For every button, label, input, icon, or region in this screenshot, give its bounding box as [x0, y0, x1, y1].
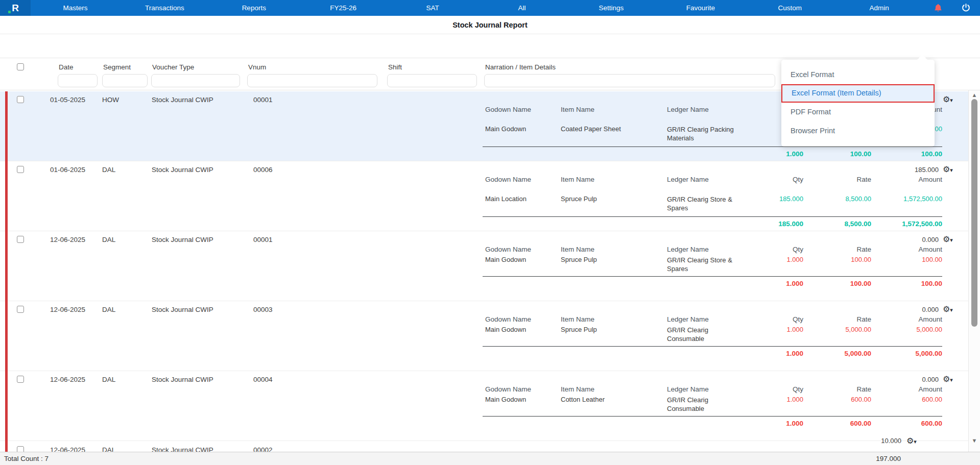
nav-item-all[interactable]: All — [477, 4, 567, 12]
nav-item-fy25-26[interactable]: FY25-26 — [299, 4, 388, 12]
cell-date: 01-05-2025 — [50, 96, 85, 104]
detail-rate: 100.00 — [810, 256, 871, 263]
total-rate: 600.00 — [810, 420, 871, 427]
detail-header-ledger: Ledger Name — [667, 106, 709, 113]
segment-filter-input[interactable] — [102, 74, 148, 87]
total-qty: 1.000 — [742, 350, 803, 357]
row-gear-icon[interactable]: ⚙▾ — [943, 94, 953, 104]
detail-header-qty: Qty — [742, 315, 803, 323]
detail-item: Coated Paper Sheet — [561, 125, 621, 133]
row-gear-icon[interactable]: ⚙▾ — [943, 234, 953, 244]
row-checkbox[interactable] — [17, 96, 24, 103]
table-row[interactable]: 01-06-2025 DAL Stock Journal CWIP 00006 … — [0, 161, 980, 231]
row-checkbox[interactable] — [17, 236, 24, 243]
app-logo[interactable]: R — [0, 0, 31, 16]
scrollbar-thumb[interactable] — [971, 99, 977, 327]
nav-item-admin[interactable]: Admin — [834, 4, 924, 12]
detail-header-rate: Rate — [810, 385, 871, 393]
cell-date: 12-06-2025 — [50, 306, 85, 313]
table-row[interactable]: 12-06-2025 DAL Stock Journal CWIP 00004 … — [0, 371, 980, 441]
menu-item-pdf-format[interactable]: PDF Format — [781, 103, 935, 121]
detail-header-amount: Amount — [866, 385, 942, 393]
col-header-vnum: Vnum — [248, 63, 266, 71]
nav-item-reports[interactable]: Reports — [209, 4, 299, 12]
table-row[interactable]: 12-06-2025 DAL Stock Journal CWIP 00001 … — [0, 231, 980, 301]
nav-item-sat[interactable]: SAT — [388, 4, 477, 12]
dropdown-notch — [917, 55, 927, 60]
menu-item-excel-format[interactable]: Excel Format — [781, 65, 935, 84]
detail-godown: Main Godown — [485, 326, 526, 333]
chevron-down-icon: ▾ — [950, 167, 953, 173]
title-bar: Stock Journal Report — [0, 16, 980, 34]
vertical-scrollbar[interactable]: ▲ ▼ — [968, 90, 980, 452]
detail-header-ledger: Ledger Name — [667, 315, 709, 323]
detail-ledger: GR/IR Clearig Consumable — [667, 396, 745, 413]
table-row[interactable]: 10.000 ⚙▾ 12-06-2025 DAL Stock Journal C… — [0, 441, 980, 452]
total-qty: 1.000 — [742, 150, 803, 158]
nav-item-custom[interactable]: Custom — [745, 4, 834, 12]
status-footer: Total Count : 7 197.000 — [0, 452, 980, 465]
shift-filter-input[interactable] — [387, 74, 477, 87]
chevron-down-icon: ▾ — [950, 97, 953, 103]
row-gear-icon[interactable]: ⚙▾ — [943, 164, 953, 174]
row-checkbox[interactable] — [17, 166, 24, 173]
row-checkbox[interactable] — [17, 306, 24, 313]
cell-segment: DAL — [102, 306, 115, 313]
chevron-down-icon: ▾ — [950, 307, 953, 313]
total-rate: 100.00 — [810, 150, 871, 158]
cell-vnum: 00004 — [253, 376, 273, 383]
table-row[interactable]: 12-06-2025 DAL Stock Journal CWIP 00003 … — [0, 301, 980, 371]
detail-item: Spruce Pulp — [561, 195, 597, 203]
footer-total-qty: 197.000 — [876, 455, 901, 462]
detail-item: Spruce Pulp — [561, 256, 597, 263]
cell-vnum: 00001 — [253, 96, 273, 104]
left-red-indicator-bar — [5, 91, 8, 452]
detail-header-godown: Godown Name — [485, 106, 531, 113]
power-logout-icon[interactable] — [952, 3, 980, 13]
total-rate: 100.00 — [810, 280, 871, 287]
date-filter-input[interactable] — [58, 74, 98, 87]
row-checkbox[interactable] — [17, 376, 24, 383]
detail-qty: 1.000 — [742, 256, 803, 263]
menu-item-excel-format-item-details[interactable]: Excel Format (Item Details) — [781, 84, 935, 103]
cell-vnum: 00001 — [253, 236, 273, 243]
nav-item-favourite[interactable]: Favourite — [656, 4, 745, 12]
totals-divider — [483, 416, 942, 417]
menu-item-browser-print[interactable]: Browser Print — [781, 121, 935, 140]
detail-header-amount: Amount — [866, 246, 942, 253]
detail-header-qty: Qty — [742, 246, 803, 253]
nav-item-transactions[interactable]: Transactions — [120, 4, 209, 12]
nav-item-settings[interactable]: Settings — [566, 4, 656, 12]
cell-voucher: Stock Journal CWIP — [152, 376, 213, 383]
detail-header-godown: Godown Name — [485, 176, 531, 183]
total-qty: 1.000 — [742, 420, 803, 427]
row-gear-icon[interactable]: ⚙▾ — [943, 304, 953, 314]
row-corner-qty: 0.000 — [922, 236, 939, 243]
voucher-type-filter-input[interactable] — [151, 74, 240, 87]
total-amount: 5,000.00 — [866, 350, 942, 357]
scrollbar-down-arrow-icon[interactable]: ▼ — [971, 437, 978, 444]
detail-header-amount: Amount — [866, 176, 942, 183]
row-gear-icon[interactable]: ⚙▾ — [906, 436, 917, 446]
detail-amount: 5,000.00 — [866, 326, 942, 333]
vnum-filter-input[interactable] — [247, 74, 377, 87]
scrollbar-up-arrow-icon[interactable]: ▲ — [971, 92, 978, 98]
filter-bar: Stock Journal CWIP 01-04-2025 ▦ 27-03-20… — [0, 34, 980, 58]
detail-header-item: Item Name — [561, 246, 594, 253]
nav-item-masters[interactable]: Masters — [31, 4, 120, 12]
narration-filter-input[interactable] — [484, 74, 775, 87]
col-header-shift: Shift — [388, 63, 402, 71]
detail-header-item: Item Name — [561, 315, 594, 323]
detail-header-qty: Qty — [742, 385, 803, 393]
detail-item: Cotton Leather — [561, 396, 605, 403]
select-all-checkbox[interactable] — [17, 63, 24, 70]
top-navigation-bar: R Masters Transactions Reports FY25-26 S… — [0, 0, 980, 16]
detail-header-rate: Rate — [810, 315, 871, 323]
detail-header-item: Item Name — [561, 176, 594, 183]
cell-voucher: Stock Journal CWIP — [152, 166, 213, 174]
notification-bell-icon[interactable] — [924, 4, 952, 13]
row-gear-icon[interactable]: ⚙▾ — [943, 374, 953, 384]
col-header-voucher: Voucher Type — [152, 63, 194, 71]
detail-header-rate: Rate — [810, 176, 871, 183]
detail-ledger: GR/IR Clearig Store & Spares — [667, 195, 745, 212]
